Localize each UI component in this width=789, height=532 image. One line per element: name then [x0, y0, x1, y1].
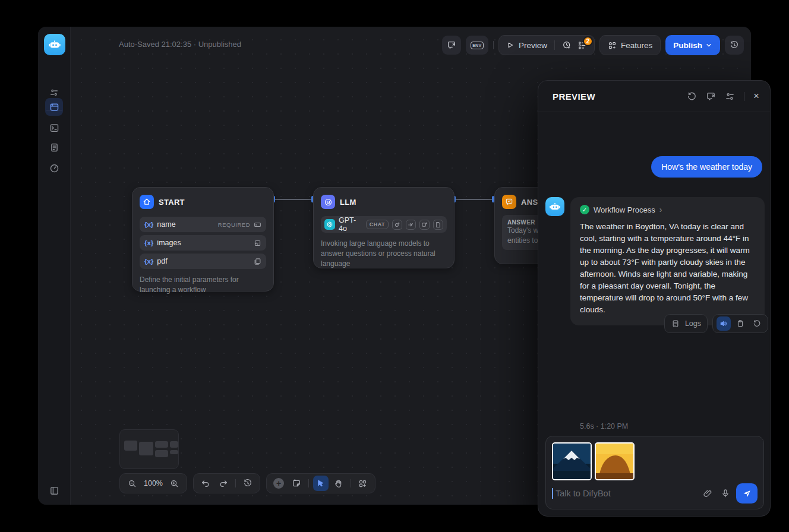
history-icon: [730, 40, 739, 50]
vision-capability-icon: [392, 220, 402, 230]
attached-images: [552, 442, 758, 480]
conversation-clear-button[interactable]: [442, 36, 461, 55]
publish-button[interactable]: Publish: [665, 35, 720, 55]
env-icon: ENV: [471, 42, 484, 49]
copy-button[interactable]: [733, 316, 747, 331]
sidebar-item-orchestrate[interactable]: [45, 98, 63, 116]
features-button[interactable]: Features: [599, 35, 661, 55]
logs-pill[interactable]: Logs: [664, 314, 708, 333]
gauge-icon: [49, 163, 59, 173]
node-llm-description: Invoking large language models to answer…: [314, 233, 454, 276]
user-message-bubble: How's the weather today: [651, 156, 762, 178]
add-node-button[interactable]: +: [271, 476, 286, 491]
node-start-title: START: [159, 198, 185, 207]
variable-icon: {x}: [144, 258, 153, 265]
clear-conversation-button[interactable]: [706, 91, 716, 102]
node-llm-header: LLM: [314, 188, 454, 214]
attach-file-button[interactable]: [703, 489, 712, 498]
close-preview-button[interactable]: ×: [753, 90, 759, 102]
variable-icon: {x}: [144, 221, 153, 228]
robot-icon: [48, 38, 61, 51]
env-variables-button[interactable]: ENV: [466, 36, 488, 55]
regenerate-button[interactable]: [750, 316, 764, 331]
conversation-settings-button[interactable]: [725, 91, 735, 102]
publish-label: Publish: [673, 41, 702, 50]
pointer-mode-button[interactable]: [313, 476, 329, 491]
message-actions: Logs: [664, 314, 768, 333]
node-start-description: Define the initial parameters for launch…: [132, 269, 273, 302]
zoom-level[interactable]: 100%: [142, 479, 165, 487]
chat-input[interactable]: [556, 489, 703, 498]
app-logo[interactable]: [44, 34, 65, 55]
organize-nodes-button[interactable]: [355, 476, 371, 491]
restart-conversation-button[interactable]: [687, 91, 697, 102]
node-llm-title: LLM: [340, 198, 356, 207]
version-history-button[interactable]: [725, 36, 744, 55]
change-history-button[interactable]: [240, 476, 255, 491]
text-input-type-icon: [254, 221, 261, 229]
redo-button[interactable]: [216, 476, 231, 491]
sidebar-item-monitoring[interactable]: [45, 159, 63, 177]
add-note-button[interactable]: [289, 476, 304, 491]
play-icon: [506, 41, 515, 49]
robot-icon: [549, 201, 561, 213]
attachment-mountain-sunset[interactable]: [595, 442, 635, 480]
doc-capability-icon: [433, 220, 443, 230]
send-button[interactable]: [736, 483, 758, 504]
logs-label: Logs: [685, 319, 703, 328]
success-check-icon: ✓: [580, 205, 589, 214]
history-group: [193, 473, 260, 493]
sidebar-item-logs[interactable]: [45, 138, 63, 156]
preview-run-button[interactable]: Preview: [499, 41, 554, 50]
llm-icon: [321, 195, 335, 209]
attachment-mountain-night[interactable]: [552, 442, 592, 480]
zoom-out-button[interactable]: [124, 476, 140, 491]
answer-icon: [502, 195, 516, 209]
hand-mode-button[interactable]: [331, 476, 346, 491]
run-history-button[interactable]: [562, 40, 572, 50]
logs-icon: [668, 316, 683, 331]
send-icon: [742, 489, 752, 498]
voice-input-button[interactable]: [721, 489, 730, 498]
chat-mode-badge: CHAT: [366, 220, 389, 229]
start-var-images[interactable]: {x} images: [140, 235, 266, 251]
left-sidebar: [38, 27, 71, 505]
collapse-sidebar-icon[interactable]: [45, 482, 63, 499]
chat-input-container: [545, 436, 764, 509]
workflow-process-toggle[interactable]: ✓ Workflow Process ›: [580, 205, 755, 214]
logs-icon: [49, 142, 59, 153]
sidebar-item-api[interactable]: [45, 119, 63, 137]
text-to-speech-button[interactable]: [717, 316, 731, 331]
checklist-count-badge: 2: [583, 36, 593, 46]
preview-panel: PREVIEW: [538, 80, 771, 517]
start-var-pdf[interactable]: {x} pdf: [140, 254, 266, 269]
preview-header: PREVIEW: [538, 81, 770, 112]
undo-button[interactable]: [198, 476, 213, 491]
topbar-actions: ENV Preview: [442, 35, 744, 55]
image-type-icon: [254, 239, 261, 247]
features-label: Features: [621, 41, 652, 50]
edge-llm-answer: [456, 199, 494, 200]
text-caret: [552, 488, 553, 499]
screen: Auto-Saved 21:02:35 · Unpublished ENV: [0, 0, 789, 532]
run-controls-group: Preview: [498, 35, 595, 55]
message-meta: 5.6s · 1:20 PM: [580, 422, 628, 430]
window-icon: [49, 102, 59, 112]
start-var-name[interactable]: {x} name REQUIRED: [140, 217, 266, 232]
features-icon: [608, 41, 617, 50]
bot-message-bubble: ✓ Workflow Process › The weather in Boyd…: [570, 197, 765, 325]
llm-model-row[interactable]: GPT-4o CHAT: [321, 216, 447, 233]
zoom-in-button[interactable]: [167, 476, 182, 491]
run-history-checklist: 2: [555, 40, 594, 50]
tools-group: +: [266, 473, 375, 493]
chevron-right-icon: ›: [659, 205, 662, 214]
node-llm[interactable]: LLM GPT-4o CHAT: [313, 187, 455, 268]
node-start[interactable]: START {x} name REQUIRED {x} images: [132, 187, 274, 292]
canvas-minimap[interactable]: [119, 429, 179, 469]
audio-capability-icon: [406, 220, 416, 230]
preview-title: PREVIEW: [553, 91, 687, 102]
edge-start-llm: [275, 199, 313, 200]
panel-left-icon: [49, 486, 59, 496]
model-name: GPT-4o: [339, 216, 362, 233]
preview-label: Preview: [519, 41, 547, 50]
